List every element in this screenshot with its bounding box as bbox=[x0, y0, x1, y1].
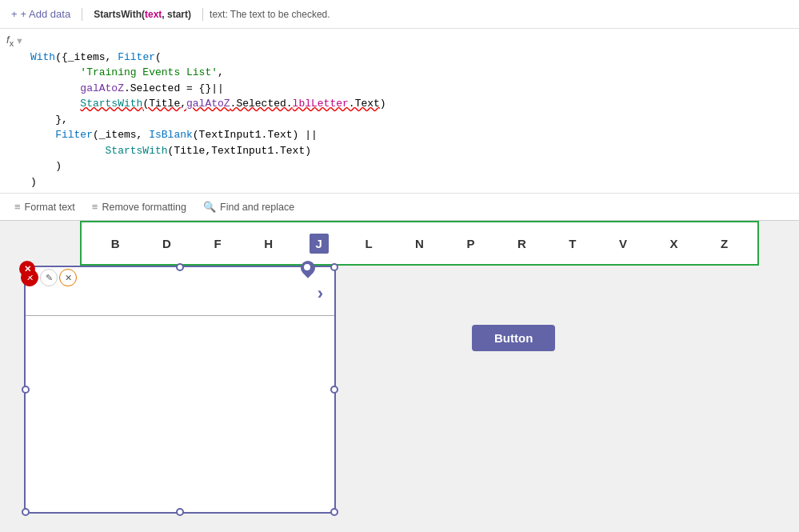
letter-J[interactable]: J bbox=[310, 234, 329, 254]
letter-D[interactable]: D bbox=[156, 234, 178, 254]
component-divider bbox=[26, 315, 334, 316]
remove-formatting-icon: ≡ bbox=[92, 201, 98, 213]
delete-icon: ✕ bbox=[65, 273, 72, 283]
letter-L[interactable]: L bbox=[358, 234, 378, 254]
top-bar: + + Add data StartsWith(text, start) tex… bbox=[0, 0, 799, 29]
find-replace-button[interactable]: 🔍 Find and replace bbox=[195, 194, 303, 221]
tab-label: StartsWith(text, start) bbox=[89, 9, 196, 20]
remove-formatting-label: Remove formatting bbox=[102, 202, 186, 213]
fx-caret: ▼ bbox=[15, 36, 24, 46]
letter-nav: B D F H J L N P R T V X Z bbox=[80, 221, 759, 266]
letter-V[interactable]: V bbox=[613, 234, 633, 254]
handle-bottom-left[interactable] bbox=[22, 508, 30, 516]
handle-bottom-center[interactable] bbox=[176, 508, 184, 516]
error-icon: ✕ bbox=[24, 264, 31, 274]
find-replace-label: Find and replace bbox=[220, 202, 294, 213]
tooltip-text: text: The text to be checked. bbox=[210, 9, 330, 20]
format-text-icon: ≡ bbox=[14, 201, 21, 213]
letter-B[interactable]: B bbox=[105, 234, 126, 254]
handle-top-center[interactable] bbox=[176, 263, 184, 271]
formula-content[interactable]: With({_items, Filter( 'Training Events L… bbox=[30, 32, 793, 190]
letter-N[interactable]: N bbox=[409, 234, 430, 254]
letter-F[interactable]: F bbox=[207, 234, 227, 254]
handle-left-center[interactable] bbox=[22, 386, 30, 394]
letter-Z[interactable]: Z bbox=[714, 234, 734, 254]
handle-top-right[interactable] bbox=[330, 263, 338, 271]
format-text-label: Format text bbox=[25, 202, 75, 213]
fx-label: fx ▼ bbox=[6, 32, 24, 48]
edit-button[interactable]: ✎ bbox=[40, 269, 58, 286]
component-widget: ✕ › bbox=[24, 266, 336, 514]
format-text-button[interactable]: ≡ Format text bbox=[6, 194, 84, 221]
letter-H[interactable]: H bbox=[258, 234, 279, 254]
search-icon: 🔍 bbox=[203, 201, 216, 213]
location-pin bbox=[300, 261, 316, 280]
letter-P[interactable]: P bbox=[460, 234, 481, 254]
formula-bar: fx ▼ With({_items, Filter( 'Training Eve… bbox=[0, 29, 799, 194]
letter-X[interactable]: X bbox=[664, 234, 685, 254]
error-badge: ✕ bbox=[19, 261, 35, 277]
pin-dot bbox=[304, 264, 310, 270]
handle-bottom-right[interactable] bbox=[330, 508, 338, 516]
letter-R[interactable]: R bbox=[511, 234, 533, 254]
remove-formatting-button[interactable]: ≡ Remove formatting bbox=[84, 194, 195, 221]
chevron-right-icon: › bbox=[318, 283, 323, 304]
edit-icon: ✎ bbox=[46, 273, 53, 283]
plus-icon: + bbox=[11, 8, 18, 20]
canvas-area: B D F H J L N P R T V X Z ✕ ✎ ✕ ✕ bbox=[0, 221, 799, 532]
letter-T[interactable]: T bbox=[562, 234, 582, 254]
canvas-button[interactable]: Button bbox=[472, 325, 555, 351]
divider2 bbox=[202, 8, 203, 21]
tab-function: StartsWith(text, start) bbox=[94, 9, 191, 20]
delete-button[interactable]: ✕ bbox=[59, 269, 77, 286]
divider bbox=[82, 8, 82, 21]
add-data-button[interactable]: + + Add data bbox=[6, 5, 75, 23]
component-inner: › bbox=[26, 267, 334, 512]
format-toolbar: ≡ Format text ≡ Remove formatting 🔍 Find… bbox=[0, 194, 799, 221]
handle-right-center[interactable] bbox=[330, 386, 338, 394]
add-data-label: + Add data bbox=[21, 8, 71, 20]
fx-icon: fx bbox=[6, 34, 14, 48]
